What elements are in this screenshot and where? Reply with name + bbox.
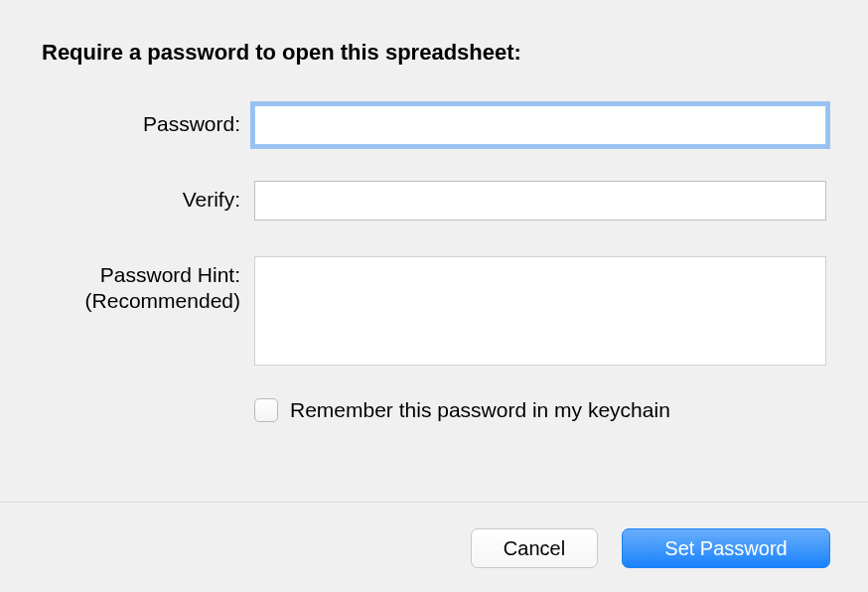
- cancel-button[interactable]: Cancel: [471, 528, 598, 568]
- keychain-checkbox[interactable]: [254, 398, 278, 422]
- keychain-row: Remember this password in my keychain: [254, 398, 826, 422]
- verify-row: Verify:: [0, 181, 826, 221]
- hint-input[interactable]: [254, 256, 826, 366]
- form-area: Password: Verify: Password Hint: (Recomm…: [0, 66, 868, 422]
- password-label: Password:: [0, 105, 254, 137]
- hint-label: Password Hint: (Recommended): [0, 256, 254, 315]
- hint-row: Password Hint: (Recommended): [0, 256, 826, 370]
- set-password-button[interactable]: Set Password: [622, 528, 830, 568]
- keychain-label: Remember this password in my keychain: [290, 398, 670, 422]
- button-bar: Cancel Set Password: [471, 528, 830, 568]
- verify-label: Verify:: [0, 181, 254, 213]
- verify-input[interactable]: [254, 181, 826, 221]
- dialog-title: Require a password to open this spreadsh…: [0, 0, 868, 66]
- password-input[interactable]: [254, 105, 826, 145]
- separator: [0, 502, 868, 503]
- password-dialog: Require a password to open this spreadsh…: [0, 0, 868, 592]
- password-row: Password:: [0, 105, 826, 145]
- hint-label-line2: (Recommended): [85, 289, 240, 312]
- hint-label-line1: Password Hint:: [100, 263, 240, 286]
